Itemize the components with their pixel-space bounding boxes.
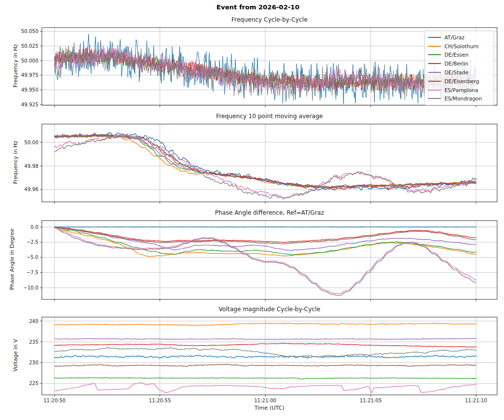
y-tick-label: 50.000 <box>21 58 38 64</box>
x-tick-label: 11:21:10 <box>465 398 487 403</box>
y-tick-label: −10.0 <box>23 285 38 291</box>
legend-item: DE/Eisenberg <box>428 77 490 86</box>
legend-label: DE/Essen <box>444 52 469 58</box>
subplot-2: 49.9649.9850.00 <box>24 124 497 204</box>
y-tick-label: 235 <box>29 339 38 345</box>
x-tick-label: 11:21:00 <box>254 398 276 403</box>
legend-label: CH/Solothurn <box>444 43 478 49</box>
legend-item: ES/Mondragon <box>428 95 490 103</box>
subplot-4: 22523023524011:20:5011:20:5511:21:0011:2… <box>29 317 497 403</box>
figure: Event from 2026-02-10 Frequency Cycle-by… <box>0 0 504 420</box>
axes-border <box>42 221 497 299</box>
y-tick-label: 225 <box>29 381 38 386</box>
legend-line-sample <box>428 63 441 64</box>
y-tick-label: 50.050 <box>21 29 38 34</box>
y-tick-label: −5.0 <box>27 255 38 260</box>
legend-item: ES/Pamplona <box>428 86 490 95</box>
y-tick-label: 0.0 <box>31 225 38 230</box>
x-axis-label: Time (UTC) <box>42 405 497 411</box>
legend-line-sample <box>428 72 441 73</box>
legend-line-sample <box>428 90 441 91</box>
legend-item: AT/Graz <box>428 33 490 42</box>
legend-item: CH/Solothurn <box>428 42 490 51</box>
y-tick-label: 49.975 <box>21 72 38 78</box>
legend-line-sample <box>428 81 441 82</box>
legend-item: DE/Essen <box>428 51 490 60</box>
legend-line-sample <box>428 37 441 38</box>
y-tick-label: −2.5 <box>27 239 38 245</box>
legend-line-sample <box>428 54 441 55</box>
legend-line-sample <box>428 46 441 47</box>
x-tick-label: 11:21:05 <box>360 398 382 403</box>
legend-label: AT/Graz <box>444 34 465 40</box>
y-tick-label: 49.98 <box>24 163 38 169</box>
legend-item: DE/Stade <box>428 68 490 77</box>
y-tick-label: 230 <box>29 360 38 365</box>
y-tick-label: −7.5 <box>27 270 38 275</box>
y-tick-label: 240 <box>29 319 38 324</box>
legend-item: DE/Berlin <box>428 59 490 68</box>
y-tick-label: 49.950 <box>21 87 38 93</box>
x-tick-label: 11:20:50 <box>43 398 65 403</box>
subplot-3: 0.0−2.5−5.0−7.5−10.0 <box>23 221 497 301</box>
legend-label: DE/Eisenberg <box>444 78 479 84</box>
x-tick-label: 11:20:55 <box>149 398 171 403</box>
legend-label: DE/Stade <box>444 69 469 75</box>
y-tick-label: 50.025 <box>21 43 38 49</box>
legend: AT/GrazCH/SolothurnDE/EssenDE/BerlinDE/S… <box>424 31 494 105</box>
y-tick-label: 49.96 <box>24 187 38 192</box>
legend-label: ES/Mondragon <box>444 96 482 101</box>
legend-label: DE/Berlin <box>444 61 469 66</box>
legend-line-sample <box>428 98 441 99</box>
legend-label: ES/Pamplona <box>444 87 478 93</box>
y-tick-label: 49.925 <box>21 102 38 107</box>
y-tick-label: 50.00 <box>24 140 38 145</box>
